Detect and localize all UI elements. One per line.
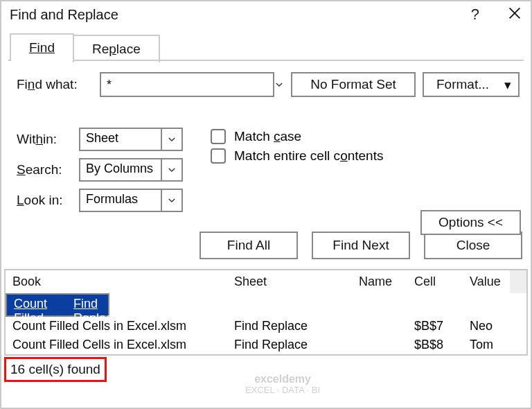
search-label: Search: xyxy=(17,162,79,177)
col-sheet[interactable]: Sheet xyxy=(234,275,359,289)
findwhat-label: Find what: xyxy=(17,77,100,92)
no-format-button[interactable]: No Format Set xyxy=(291,72,416,97)
match-case-checkbox[interactable]: Match case xyxy=(211,129,383,144)
findwhat-combo[interactable] xyxy=(100,72,274,97)
lookin-select[interactable]: Formulas xyxy=(79,189,183,212)
col-cell[interactable]: Cell xyxy=(414,275,470,289)
help-button[interactable]: ? xyxy=(471,6,479,24)
col-name[interactable]: Name xyxy=(359,275,414,289)
checkbox-icon xyxy=(211,148,226,164)
chevron-down-icon[interactable] xyxy=(161,190,181,211)
search-select[interactable]: By Columns xyxy=(79,158,183,182)
table-row[interactable]: Count Filled Cells in Excel.xlsm Find Re… xyxy=(6,317,526,336)
within-select[interactable]: Sheet xyxy=(79,128,183,151)
table-row[interactable]: Count Filled Cells in Excel.xlsm Find Re… xyxy=(6,293,109,317)
within-label: Within: xyxy=(17,132,79,147)
checkbox-icon xyxy=(211,129,226,144)
caret-down-icon: ▾ xyxy=(504,77,511,93)
col-book[interactable]: Book xyxy=(12,275,234,289)
match-entire-checkbox[interactable]: Match entire cell contents xyxy=(211,148,383,164)
col-value[interactable]: Value xyxy=(470,275,510,289)
dialog-title: Find and Replace xyxy=(10,7,471,23)
close-icon[interactable] xyxy=(507,6,522,24)
findwhat-input[interactable] xyxy=(101,73,273,96)
find-next-button[interactable]: Find Next xyxy=(312,232,410,259)
table-row[interactable]: Count Filled Cells in Excel.xlsm Find Re… xyxy=(6,336,526,354)
find-all-button[interactable]: Find All xyxy=(200,232,298,259)
options-button[interactable]: Options << xyxy=(420,210,521,235)
lookin-label: Look in: xyxy=(17,193,79,208)
chevron-down-icon[interactable] xyxy=(273,73,284,96)
tab-find[interactable]: Find xyxy=(10,33,74,61)
chevron-down-icon[interactable] xyxy=(161,129,181,150)
results-header: Book Sheet Name Cell Value xyxy=(6,270,526,293)
watermark: exceldemy EXCEL · DATA · BI xyxy=(245,373,320,395)
results-table: Book Sheet Name Cell Value Count Filled … xyxy=(4,269,528,356)
status-text: 16 cell(s) found xyxy=(4,357,107,382)
chevron-down-icon[interactable] xyxy=(161,159,181,180)
close-button[interactable]: Close xyxy=(424,232,522,259)
format-button[interactable]: Format... ▾ xyxy=(423,72,520,97)
tab-replace[interactable]: Replace xyxy=(73,35,160,62)
